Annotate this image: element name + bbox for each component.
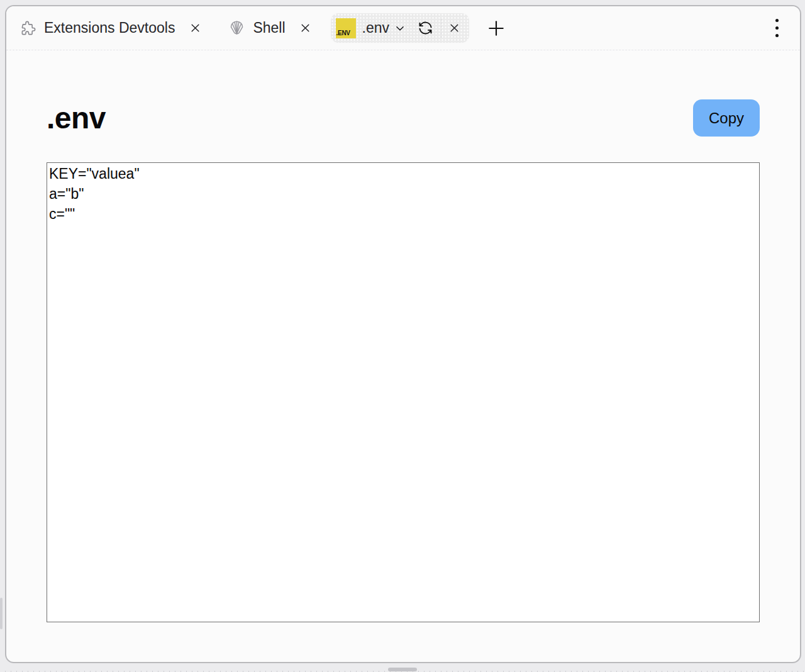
close-tab-icon[interactable] bbox=[447, 21, 462, 36]
page-title: .env bbox=[47, 100, 106, 137]
horizontal-scrollbar-track[interactable] bbox=[0, 667, 805, 672]
refresh-icon[interactable] bbox=[414, 18, 436, 39]
tab-separator bbox=[441, 19, 441, 38]
tab-label: Extensions Devtools bbox=[44, 20, 175, 36]
tab-extensions-devtools[interactable]: Extensions Devtools bbox=[20, 20, 203, 36]
env-file-icon: .ENV bbox=[336, 18, 356, 38]
tab-label: .env bbox=[362, 20, 389, 36]
new-tab-plus-icon[interactable] bbox=[486, 18, 507, 39]
tab-shell[interactable]: Shell bbox=[228, 19, 313, 37]
puzzle-icon bbox=[20, 20, 37, 36]
tab-env-active[interactable]: .ENV .env bbox=[331, 13, 469, 43]
vertical-scrollbar-thumb[interactable] bbox=[0, 598, 3, 629]
app-window: Extensions Devtools Shell bbox=[5, 5, 801, 663]
shell-icon bbox=[228, 19, 246, 37]
close-tab-icon[interactable] bbox=[187, 21, 203, 36]
page-header: .env Copy bbox=[47, 99, 760, 137]
env-editor-textarea[interactable]: KEY="valuea" a="b" c="" bbox=[47, 162, 760, 622]
env-badge-text: .ENV bbox=[336, 30, 350, 36]
copy-button[interactable]: Copy bbox=[693, 99, 760, 137]
tab-bar: Extensions Devtools Shell bbox=[6, 6, 800, 50]
main-content: .env Copy KEY="valuea" a="b" c="" bbox=[6, 50, 800, 662]
chevron-down-icon[interactable] bbox=[394, 23, 406, 34]
close-tab-icon[interactable] bbox=[298, 21, 313, 36]
horizontal-scrollbar-thumb[interactable] bbox=[388, 668, 417, 671]
overflow-menu-icon[interactable] bbox=[772, 16, 782, 40]
tab-label: Shell bbox=[253, 20, 285, 36]
